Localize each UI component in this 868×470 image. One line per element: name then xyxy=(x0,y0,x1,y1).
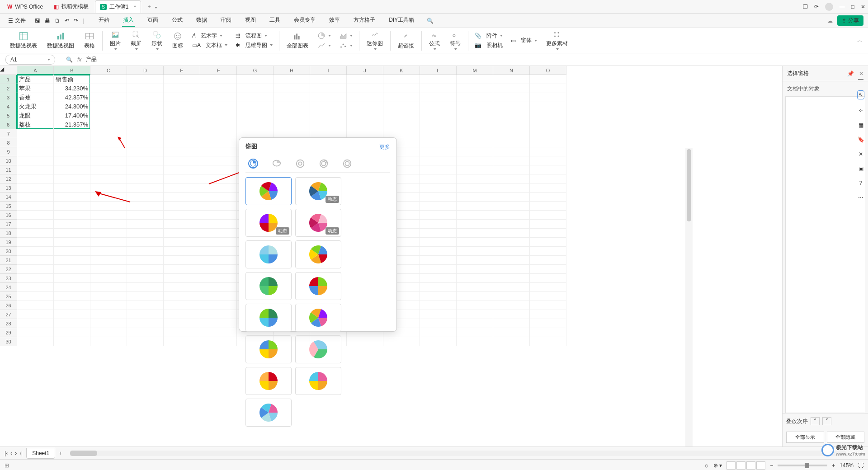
formula-button[interactable]: √x公式 xyxy=(425,31,444,50)
cell-empty[interactable] xyxy=(310,84,347,93)
chart-thumb-8[interactable] xyxy=(245,304,292,332)
cell-empty[interactable] xyxy=(457,229,493,238)
move-down-button[interactable]: ˅ xyxy=(822,417,831,425)
row-header-22[interactable]: 22 xyxy=(0,265,17,274)
chart-thumb-10[interactable] xyxy=(245,335,292,363)
cell-A4[interactable]: 火龙果 xyxy=(17,102,54,111)
cell-empty[interactable] xyxy=(237,93,274,102)
cell-empty[interactable] xyxy=(274,75,310,84)
cell-empty[interactable] xyxy=(54,138,90,147)
pivot-chart-button[interactable]: 数据透视图 xyxy=(42,31,79,50)
row-header-3[interactable]: 3 xyxy=(0,93,17,102)
cell-empty[interactable] xyxy=(127,129,164,138)
cell-empty[interactable] xyxy=(200,138,237,147)
cell-empty[interactable] xyxy=(164,229,200,238)
cell-empty[interactable] xyxy=(127,220,164,229)
scatter-chart-dropdown[interactable] xyxy=(339,42,353,50)
cell-empty[interactable] xyxy=(457,310,493,319)
cell-empty[interactable] xyxy=(237,102,274,111)
show-all-button[interactable]: 全部显示 xyxy=(786,432,824,443)
cell-A2[interactable]: 苹果 xyxy=(17,84,54,93)
cell-empty[interactable] xyxy=(54,274,90,283)
cell-empty[interactable] xyxy=(420,337,457,346)
col-header-E[interactable]: E xyxy=(164,66,200,75)
cell-empty[interactable] xyxy=(127,102,164,111)
cell-empty[interactable] xyxy=(200,193,237,202)
cell-empty[interactable] xyxy=(530,220,566,229)
cell-empty[interactable] xyxy=(164,147,200,156)
cell-empty[interactable] xyxy=(457,256,493,265)
cell-empty[interactable] xyxy=(457,93,493,102)
cell-empty[interactable] xyxy=(310,93,347,102)
cell-empty[interactable] xyxy=(164,120,200,129)
cell-empty[interactable] xyxy=(200,310,237,319)
pie-type-sunburst-icon[interactable] xyxy=(342,159,352,169)
cell-empty[interactable] xyxy=(54,183,90,193)
cell-empty[interactable] xyxy=(54,283,90,292)
cell-empty[interactable] xyxy=(127,283,164,292)
cell-empty[interactable] xyxy=(90,183,127,193)
name-box[interactable]: A1 xyxy=(5,55,55,65)
cell-empty[interactable] xyxy=(457,220,493,229)
row-header-17[interactable]: 17 xyxy=(0,220,17,229)
zoom-value[interactable]: 145% xyxy=(840,462,854,469)
cell-empty[interactable] xyxy=(127,337,164,346)
cell-empty[interactable] xyxy=(347,129,383,138)
cell-empty[interactable] xyxy=(17,337,54,346)
spreadsheet-grid[interactable]: ◢ ABCDEFGHIJKLMNO 1234567891011121314151… xyxy=(0,66,782,446)
view-break-button[interactable] xyxy=(746,461,755,470)
cell-empty[interactable] xyxy=(493,283,530,292)
cell-empty[interactable] xyxy=(54,337,90,346)
cell-empty[interactable] xyxy=(420,202,457,211)
picture-button[interactable]: 图片 xyxy=(105,31,125,50)
cell-B6[interactable]: 21.357% xyxy=(54,120,90,129)
cell-empty[interactable] xyxy=(493,93,530,102)
cell-empty[interactable] xyxy=(200,301,237,310)
row-header-23[interactable]: 23 xyxy=(0,274,17,283)
cell-empty[interactable] xyxy=(54,156,90,165)
menu-item-6[interactable]: 视图 xyxy=(244,14,257,27)
row-header-7[interactable]: 7 xyxy=(0,129,17,138)
shapes-button[interactable]: 形状 xyxy=(147,31,167,50)
cell-empty[interactable] xyxy=(90,292,127,301)
maximize-button[interactable]: □ xyxy=(851,4,854,10)
cell-empty[interactable] xyxy=(530,174,566,183)
new-tab-button[interactable]: ＋ xyxy=(146,3,152,10)
cell-empty[interactable] xyxy=(493,229,530,238)
cell-empty[interactable] xyxy=(530,283,566,292)
row-header-4[interactable]: 4 xyxy=(0,102,17,111)
cell-empty[interactable] xyxy=(200,93,237,102)
cell-empty[interactable] xyxy=(54,319,90,328)
cell-empty[interactable] xyxy=(237,75,274,84)
first-sheet-icon[interactable]: |‹ xyxy=(5,450,8,456)
cell-empty[interactable] xyxy=(90,102,127,111)
cell-empty[interactable] xyxy=(237,120,274,129)
menu-item-3[interactable]: 公式 xyxy=(171,14,184,27)
cell-empty[interactable] xyxy=(90,319,127,328)
row-header-8[interactable]: 8 xyxy=(0,138,17,147)
col-header-B[interactable]: B xyxy=(54,66,90,75)
cell-empty[interactable] xyxy=(457,129,493,138)
col-header-O[interactable]: O xyxy=(530,66,566,75)
cell-empty[interactable] xyxy=(310,75,347,84)
move-up-button[interactable]: ˄ xyxy=(811,417,820,425)
cell-empty[interactable] xyxy=(493,183,530,193)
col-header-C[interactable]: C xyxy=(90,66,127,75)
cell-empty[interactable] xyxy=(420,84,457,93)
cell-empty[interactable] xyxy=(420,265,457,274)
cell-empty[interactable] xyxy=(493,165,530,174)
cell-empty[interactable] xyxy=(17,328,54,337)
chart-thumb-13[interactable] xyxy=(295,367,341,395)
cell-empty[interactable] xyxy=(17,247,54,256)
chart-thumb-12[interactable] xyxy=(245,367,292,395)
row-header-27[interactable]: 27 xyxy=(0,310,17,319)
cell-empty[interactable] xyxy=(164,174,200,183)
cell-empty[interactable] xyxy=(237,111,274,120)
cell-empty[interactable] xyxy=(90,274,127,283)
cell-empty[interactable] xyxy=(164,138,200,147)
chart-thumb-5[interactable] xyxy=(295,240,341,268)
cell-empty[interactable] xyxy=(420,183,457,193)
cell-empty[interactable] xyxy=(127,292,164,301)
pin-icon[interactable]: 📌 xyxy=(847,70,854,77)
cell-A1[interactable]: 产品 xyxy=(17,75,54,84)
